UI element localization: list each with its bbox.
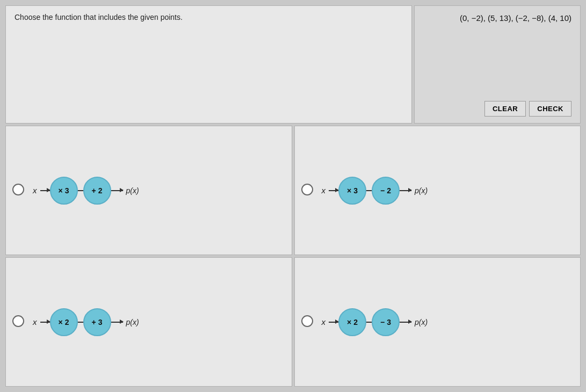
radio-3[interactable] [12, 315, 24, 329]
node2-4: − 3 [372, 308, 400, 336]
option-cell-2: x × 3 − 2 p(x) [294, 126, 581, 255]
output-line-2 [400, 190, 411, 191]
x-label-4: x [322, 317, 326, 326]
radio-circle-2[interactable] [301, 184, 313, 195]
main-container: Choose the function that includes the gi… [0, 0, 586, 392]
options-grid: x × 3 + 2 p(x) x × 3 − 2 [5, 126, 581, 387]
output-arrow-3 [111, 322, 123, 323]
node1-1: × 3 [50, 177, 78, 205]
node2-3: + 3 [83, 308, 111, 336]
points-text: (0, −2), (5, 13), (−2, −8), (4, 10) [423, 12, 571, 25]
px-label-2: p(x) [415, 186, 428, 195]
option-cell-4: x × 2 − 3 p(x) [294, 257, 581, 387]
output-line-3 [111, 322, 123, 323]
px-label-3: p(x) [126, 318, 139, 326]
node1-2: × 3 [338, 177, 366, 205]
radio-2[interactable] [301, 184, 313, 198]
x-label-1: x [33, 186, 37, 195]
px-label-4: p(x) [415, 318, 428, 326]
clear-button[interactable]: CLEAR [484, 101, 526, 117]
radio-circle-3[interactable] [12, 315, 24, 327]
question-text: Choose the function that includes the gi… [15, 13, 183, 21]
question-panel: Choose the function that includes the gi… [5, 5, 412, 124]
x-label-2: x [322, 186, 326, 195]
function-diagram-2: x × 3 − 2 p(x) [322, 177, 428, 205]
px-label-1: p(x) [126, 186, 139, 195]
radio-1[interactable] [12, 184, 24, 198]
input-arrow-1 [40, 190, 50, 191]
option-cell-3: x × 2 + 3 p(x) [5, 257, 292, 387]
radio-circle-4[interactable] [301, 315, 313, 327]
output-line-4 [400, 322, 411, 323]
input-arrow-3 [40, 322, 50, 323]
output-arrow-2 [400, 190, 411, 191]
x-label-3: x [33, 317, 37, 326]
function-diagram-1: x × 3 + 2 p(x) [33, 177, 139, 205]
button-row: CLEAR CHECK [423, 101, 571, 117]
top-section: Choose the function that includes the gi… [5, 5, 581, 124]
points-panel: (0, −2), (5, 13), (−2, −8), (4, 10) CLEA… [414, 5, 581, 124]
option-cell-1: x × 3 + 2 p(x) [5, 126, 292, 255]
check-button[interactable]: CHECK [529, 101, 571, 117]
node1-3: × 2 [50, 308, 78, 336]
radio-circle-1[interactable] [12, 184, 24, 195]
input-arrow-2 [329, 190, 338, 191]
node1-4: × 2 [338, 308, 366, 336]
output-arrow-4 [400, 322, 411, 323]
output-line-1 [111, 190, 123, 191]
function-diagram-4: x × 2 − 3 p(x) [322, 308, 428, 336]
node2-2: − 2 [372, 177, 400, 205]
function-diagram-3: x × 2 + 3 p(x) [33, 308, 139, 336]
radio-4[interactable] [301, 315, 313, 329]
node2-1: + 2 [83, 177, 111, 205]
input-arrow-4 [329, 322, 338, 323]
output-arrow-1 [111, 190, 123, 191]
